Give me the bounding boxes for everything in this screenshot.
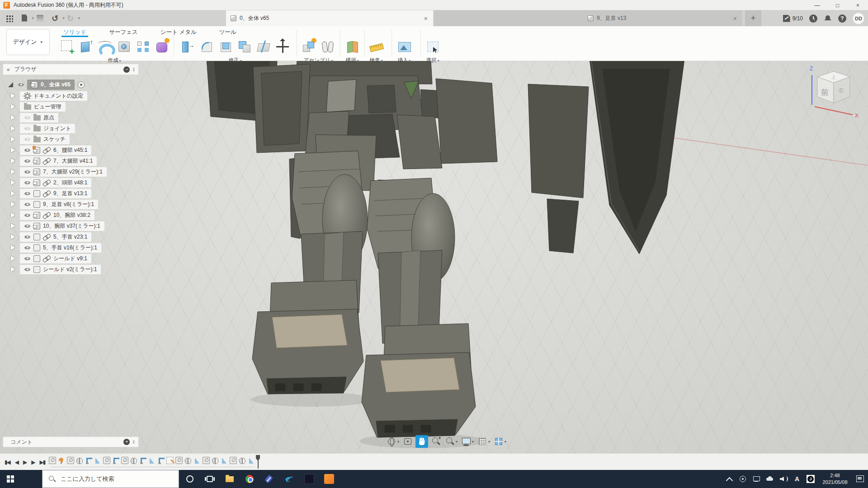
browser-item[interactable]: シールド v2(ミラー):1	[3, 264, 139, 275]
new-tab-button[interactable]: +	[745, 10, 761, 26]
mirror[interactable]	[239, 457, 246, 464]
visibility-eye-icon[interactable]	[24, 169, 31, 175]
expand-arrow-icon[interactable]	[11, 256, 15, 261]
browser-header[interactable]: « ブラウザ − ‖	[3, 64, 139, 75]
step-back[interactable]	[15, 459, 18, 465]
cortana[interactable]	[180, 470, 200, 488]
mirror[interactable]	[184, 457, 192, 464]
notification-center-icon[interactable]	[853, 470, 868, 488]
taskbar-search[interactable]: ここに入力して検索	[42, 470, 179, 488]
viewcube-front-face[interactable]: 前	[821, 88, 829, 97]
minimize-button[interactable]: —	[807, 0, 827, 10]
シート メタル[interactable]: シート メタル	[159, 27, 198, 37]
visibility-eye-icon[interactable]	[18, 81, 24, 88]
play[interactable]	[23, 459, 26, 465]
visibility-eye-icon[interactable]	[24, 158, 31, 164]
comment-box[interactable]: コメント + ‖	[3, 436, 139, 447]
expand-arrow-icon[interactable]	[11, 223, 15, 229]
expand-arrow-icon[interactable]	[11, 191, 15, 196]
create-sketch[interactable]	[58, 38, 75, 55]
expand-arrow-icon[interactable]	[11, 169, 15, 174]
visibility-eye-icon[interactable]	[24, 125, 31, 132]
group-label-construct[interactable]: 構築	[344, 57, 361, 64]
browser-item[interactable]: ビュー管理	[3, 101, 139, 112]
go-to-end[interactable]	[40, 459, 45, 465]
grid-settings[interactable]: ▾	[476, 435, 491, 448]
expand-arrow-icon[interactable]	[11, 267, 15, 272]
sketch[interactable]	[166, 457, 174, 464]
timeline-playhead[interactable]	[255, 455, 260, 469]
split-body[interactable]	[255, 38, 272, 55]
redo[interactable]	[66, 14, 76, 23]
browser-item[interactable]: 6、腰部 v45:1	[3, 145, 139, 155]
expand-arrow-icon[interactable]	[11, 104, 15, 109]
component[interactable]	[121, 457, 128, 464]
close-tab-icon[interactable]: ×	[424, 15, 428, 22]
help-icon[interactable]	[838, 14, 846, 23]
notifications-bell-icon[interactable]	[824, 14, 832, 23]
meet-now[interactable]	[736, 470, 750, 488]
component[interactable]	[230, 457, 237, 464]
hole[interactable]	[115, 38, 132, 55]
browser-root-item[interactable]: 0、全体 v65	[3, 79, 139, 90]
expand-arrow-icon[interactable]	[11, 158, 15, 164]
joint[interactable]	[85, 457, 92, 464]
half-cone[interactable]	[148, 457, 156, 464]
component[interactable]	[203, 457, 210, 464]
visibility-eye-icon[interactable]	[24, 147, 31, 154]
visibility-eye-icon[interactable]	[24, 114, 31, 121]
chrome[interactable]	[240, 470, 259, 488]
document-tab-active[interactable]: 0、全体 v65 ×	[226, 10, 433, 26]
visibility-eye-icon[interactable]	[24, 234, 31, 240]
new-component[interactable]	[300, 38, 317, 55]
visibility-eye-icon[interactable]	[24, 255, 31, 262]
file-explorer[interactable]	[220, 470, 240, 488]
volume[interactable]	[777, 470, 790, 488]
taskbar-clock[interactable]: 2:48 2021/05/08	[817, 472, 853, 486]
create-form[interactable]	[153, 38, 170, 55]
half-cone[interactable]	[221, 457, 228, 464]
expand-arrow-icon[interactable]	[11, 202, 15, 207]
browser-item[interactable]: 5、手首 v16(ミラー):1	[3, 242, 139, 253]
viewports[interactable]: ▾	[492, 435, 507, 448]
zoom[interactable]: ▾	[429, 435, 442, 448]
viewcube-top-face[interactable]: 上	[831, 75, 836, 80]
ツール[interactable]: ツール	[217, 27, 238, 37]
close-button[interactable]: ×	[848, 0, 868, 10]
panel-grip[interactable]: ‖	[132, 67, 135, 72]
group-label-select[interactable]: 選択	[424, 57, 441, 64]
half-cone[interactable]	[248, 457, 255, 464]
group-label-inspect[interactable]: 検査	[368, 57, 385, 64]
browser-item[interactable]: ドキュメントの設定	[3, 90, 139, 101]
look-at[interactable]: ▾	[401, 435, 414, 448]
extrude[interactable]	[77, 38, 94, 55]
add-comment-icon[interactable]: +	[123, 439, 130, 445]
vix[interactable]	[299, 470, 319, 488]
app-launcher[interactable]	[5, 14, 14, 23]
snipping-tool[interactable]	[259, 470, 279, 488]
expand-arrow-icon[interactable]	[11, 180, 15, 185]
browser-item[interactable]: 7、大腿部 v29(ミラー):1	[3, 166, 139, 177]
visibility-eye-icon[interactable]	[24, 179, 31, 186]
visibility-eye-icon[interactable]	[24, 190, 31, 197]
group-label-modify[interactable]: 修正	[178, 57, 292, 64]
joint[interactable]	[139, 457, 146, 464]
browser-item[interactable]: 10、腕部 v38:2	[3, 210, 139, 221]
shell[interactable]	[217, 38, 234, 55]
pin[interactable]	[58, 457, 65, 464]
expand-arrow-icon[interactable]	[11, 245, 15, 250]
file-menu[interactable]	[20, 14, 30, 23]
browser-item[interactable]: 2、頭部 v48:1	[3, 177, 139, 188]
panel-grip[interactable]: ‖	[132, 439, 135, 445]
tray-expand[interactable]	[722, 470, 736, 488]
browser-item[interactable]: 7、大腿部 v41:1	[3, 155, 139, 166]
view-cube[interactable]: Z X 前 右 上	[806, 61, 868, 125]
browser-item[interactable]: 9、足首 v8(ミラー):1	[3, 199, 139, 210]
joint[interactable]	[319, 38, 336, 55]
start-button[interactable]	[0, 470, 21, 488]
activate-component-radio[interactable]	[78, 81, 85, 88]
workspace-selector[interactable]: デザイン ▼	[6, 29, 50, 55]
internet-explorer[interactable]	[279, 470, 299, 488]
save[interactable]	[35, 14, 45, 23]
visibility-eye-icon[interactable]	[24, 136, 31, 143]
